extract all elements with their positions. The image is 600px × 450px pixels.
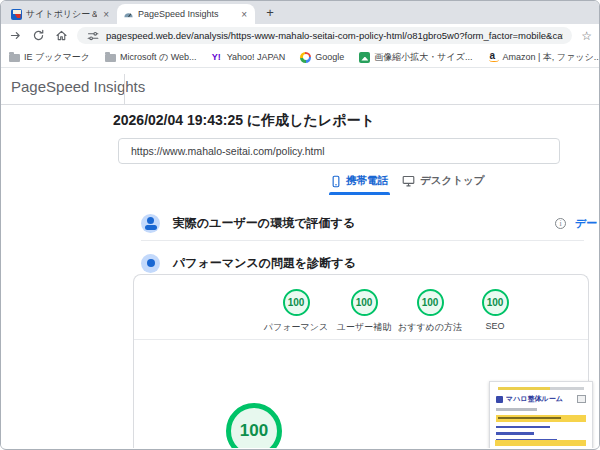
bookmark-label: Microsoft の Web... bbox=[120, 51, 197, 64]
score-performance[interactable]: 100 パフォーマンス bbox=[261, 289, 331, 334]
home-icon[interactable] bbox=[54, 29, 68, 43]
image-resize-icon bbox=[359, 52, 370, 63]
thumb-breadcrumb bbox=[496, 408, 537, 411]
tab-desktop[interactable]: デスクトップ bbox=[402, 174, 484, 195]
close-tab-icon[interactable]: × bbox=[239, 9, 249, 20]
folder-icon bbox=[9, 54, 20, 62]
score-best-practices[interactable]: 100 おすすめの方法 bbox=[395, 289, 465, 334]
device-tabs: 携帯電話 デスクトップ bbox=[331, 174, 484, 195]
address-bar[interactable]: pagespeed.web.dev/analysis/https-www-mah… bbox=[77, 27, 572, 44]
section-title: 実際のユーザーの環境で評価する bbox=[173, 215, 355, 232]
bookmark-ie-folder[interactable]: IE ブックマーク bbox=[9, 51, 90, 64]
url-text: pagespeed.web.dev/analysis/https-www-mah… bbox=[106, 30, 563, 41]
yahoo-icon bbox=[212, 52, 223, 63]
performance-big-score: 100 bbox=[226, 403, 282, 448]
bookmark-yahoo-japan[interactable]: Yahoo! JAPAN bbox=[212, 52, 286, 63]
thumb-site-title: マハロ整体ルーム bbox=[506, 394, 563, 404]
bookmark-image-resize[interactable]: 画像縮小拡大・サイズ... bbox=[359, 51, 472, 64]
score-circle: 100 bbox=[417, 289, 444, 316]
thumb-highlight-row bbox=[496, 415, 586, 422]
amazon-icon bbox=[488, 52, 499, 63]
card-divider bbox=[134, 339, 588, 340]
new-tab-button[interactable]: + bbox=[261, 4, 279, 22]
real-users-icon bbox=[141, 214, 160, 233]
analyzed-url-input[interactable] bbox=[118, 138, 560, 164]
bookmark-label: IE ブックマーク bbox=[24, 51, 90, 64]
close-tab-icon[interactable]: × bbox=[101, 9, 111, 20]
score-seo[interactable]: 100 SEO bbox=[460, 289, 530, 331]
data-source-link[interactable]: デー bbox=[575, 216, 597, 231]
browser-toolbar: pagespeed.web.dev/analysis/https-www-mah… bbox=[1, 24, 599, 47]
score-circle: 100 bbox=[283, 289, 310, 316]
bookmark-star-icon[interactable]: ☆ bbox=[581, 29, 592, 43]
pagespeed-gauge-favicon-icon bbox=[123, 9, 134, 20]
thumb-menu-icon bbox=[577, 395, 586, 403]
thumb-footer-bar bbox=[495, 440, 586, 446]
bookmark-label: 画像縮小拡大・サイズ... bbox=[374, 51, 472, 64]
score-label: ユーザー補助 bbox=[329, 321, 399, 334]
browser-tab-site-policy[interactable]: サイトポリシー＆プライバシーポリシー × bbox=[5, 4, 117, 24]
folder-icon bbox=[105, 54, 116, 62]
report-card: 100 パフォーマンス 100 ユーザー補助 100 おすすめの方法 100 S… bbox=[133, 274, 589, 448]
bookmark-label: Yahoo! JAPAN bbox=[227, 52, 286, 62]
section-title: パフォーマンスの問題を診断する bbox=[173, 255, 356, 272]
tab-mobile[interactable]: 携帯電話 bbox=[331, 174, 388, 195]
forward-icon[interactable] bbox=[8, 29, 22, 43]
diagnose-performance-icon bbox=[141, 254, 160, 273]
section-divider bbox=[141, 240, 584, 241]
header-divider bbox=[124, 74, 125, 105]
browser-window: サイトポリシー＆プライバシーポリシー × PageSpeed Insights … bbox=[0, 0, 600, 450]
info-icon[interactable] bbox=[555, 218, 566, 229]
score-circle: 100 bbox=[482, 289, 509, 316]
thumb-site-logo bbox=[496, 396, 503, 403]
score-label: パフォーマンス bbox=[261, 321, 331, 334]
bookmark-google[interactable]: Google bbox=[300, 52, 344, 63]
reload-icon[interactable] bbox=[31, 29, 45, 43]
page-screenshot-thumbnail[interactable]: マハロ整体ルーム bbox=[489, 381, 593, 448]
score-accessibility[interactable]: 100 ユーザー補助 bbox=[329, 289, 399, 334]
tab-desktop-label: デスクトップ bbox=[420, 174, 484, 188]
score-label: おすすめの方法 bbox=[395, 321, 465, 334]
tab-mobile-label: 携帯電話 bbox=[346, 174, 388, 188]
google-icon bbox=[300, 52, 311, 63]
phone-icon bbox=[331, 175, 341, 188]
thumb-link-line bbox=[496, 426, 550, 429]
thumb-highlight-line bbox=[498, 387, 584, 390]
tab-title: サイトポリシー＆プライバシーポリシー bbox=[26, 8, 97, 21]
page-title: PageSpeed Insights bbox=[11, 68, 145, 105]
report-title: 2026/02/04 19:43:25 に作成したレポート bbox=[113, 112, 375, 130]
bookmark-label: Amazon | 本, ファッシ... bbox=[503, 51, 600, 64]
site-settings-tune-icon[interactable] bbox=[86, 29, 100, 43]
pagespeed-page: PageSpeed Insights 2026/02/04 19:43:25 に… bbox=[1, 68, 599, 448]
site-policy-favicon-icon bbox=[11, 9, 22, 20]
app-header: PageSpeed Insights bbox=[1, 68, 599, 105]
bookmark-microsoft-folder[interactable]: Microsoft の Web... bbox=[105, 51, 197, 64]
bookmarks-bar: IE ブックマーク Microsoft の Web... Yahoo! JAPA… bbox=[1, 47, 599, 68]
tab-title: PageSpeed Insights bbox=[138, 9, 235, 19]
desktop-icon bbox=[402, 175, 415, 187]
bookmark-amazon[interactable]: Amazon | 本, ファッシ... bbox=[488, 51, 600, 64]
thumb-link-line bbox=[496, 432, 534, 435]
score-label: SEO bbox=[460, 321, 530, 331]
browser-tab-pagespeed[interactable]: PageSpeed Insights × bbox=[117, 4, 255, 24]
tab-strip: サイトポリシー＆プライバシーポリシー × PageSpeed Insights … bbox=[1, 1, 599, 24]
score-circle: 100 bbox=[351, 289, 378, 316]
bookmark-label: Google bbox=[315, 52, 344, 62]
field-data-section: 実際のユーザーの環境で評価する デー bbox=[141, 208, 597, 238]
